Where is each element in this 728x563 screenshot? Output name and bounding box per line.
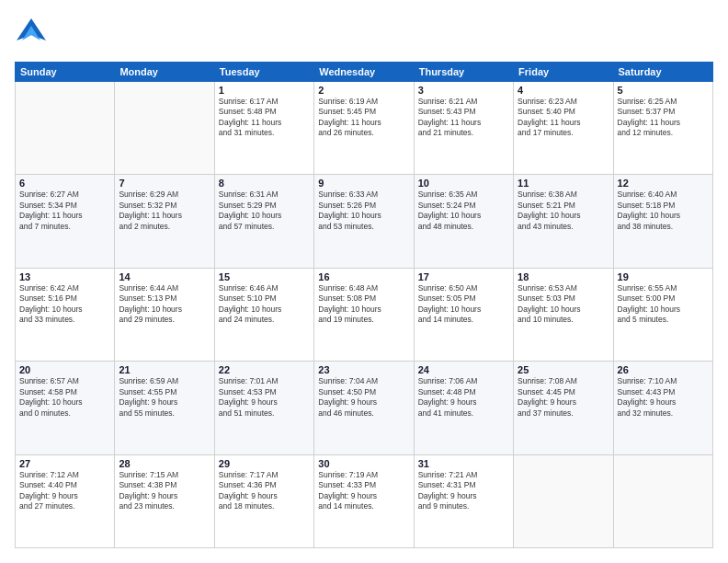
day-number: 8 <box>219 178 310 189</box>
calendar-cell: 20Sunrise: 6:57 AMSunset: 4:58 PMDayligh… <box>16 362 115 454</box>
day-number: 20 <box>19 364 110 375</box>
day-info: Sunrise: 6:17 AMSunset: 5:48 PMDaylight:… <box>219 97 310 139</box>
calendar-cell: 12Sunrise: 6:40 AMSunset: 5:18 PMDayligh… <box>613 175 712 268</box>
calendar-cell: 23Sunrise: 7:04 AMSunset: 4:50 PMDayligh… <box>314 362 414 454</box>
day-number: 17 <box>418 271 509 282</box>
calendar-cell <box>115 82 214 175</box>
day-info: Sunrise: 6:33 AMSunset: 5:26 PMDaylight:… <box>318 190 409 232</box>
calendar-cell: 1Sunrise: 6:17 AMSunset: 5:48 PMDaylight… <box>214 82 313 175</box>
calendar-cell: 7Sunrise: 6:29 AMSunset: 5:32 PMDaylight… <box>115 175 214 268</box>
day-info: Sunrise: 6:31 AMSunset: 5:29 PMDaylight:… <box>219 190 310 232</box>
day-info: Sunrise: 6:46 AMSunset: 5:10 PMDaylight:… <box>219 283 310 326</box>
calendar-cell: 18Sunrise: 6:53 AMSunset: 5:03 PMDayligh… <box>514 268 613 361</box>
day-info: Sunrise: 7:01 AMSunset: 4:53 PMDaylight:… <box>219 376 310 419</box>
calendar-cell: 9Sunrise: 6:33 AMSunset: 5:26 PMDaylight… <box>314 175 414 268</box>
day-info: Sunrise: 6:57 AMSunset: 4:58 PMDaylight:… <box>19 376 110 419</box>
calendar-cell: 3Sunrise: 6:21 AMSunset: 5:43 PMDaylight… <box>414 82 513 175</box>
day-number: 4 <box>518 85 609 96</box>
calendar-cell <box>514 454 613 547</box>
calendar-week-row: 13Sunrise: 6:42 AMSunset: 5:16 PMDayligh… <box>16 268 713 361</box>
day-info: Sunrise: 6:42 AMSunset: 5:16 PMDaylight:… <box>19 283 110 326</box>
calendar-cell: 28Sunrise: 7:15 AMSunset: 4:38 PMDayligh… <box>115 454 214 547</box>
day-number: 5 <box>618 85 709 96</box>
calendar-week-row: 1Sunrise: 6:17 AMSunset: 5:48 PMDaylight… <box>16 82 713 175</box>
calendar-cell: 13Sunrise: 6:42 AMSunset: 5:16 PMDayligh… <box>16 268 115 361</box>
day-number: 10 <box>418 178 509 189</box>
calendar-cell: 19Sunrise: 6:55 AMSunset: 5:00 PMDayligh… <box>613 268 712 361</box>
weekday-header-tuesday: Tuesday <box>214 63 313 82</box>
calendar-week-row: 27Sunrise: 7:12 AMSunset: 4:40 PMDayligh… <box>16 454 713 547</box>
calendar-cell <box>613 454 712 547</box>
day-number: 25 <box>518 364 609 375</box>
day-number: 27 <box>19 458 110 469</box>
day-info: Sunrise: 7:04 AMSunset: 4:50 PMDaylight:… <box>318 376 409 419</box>
calendar-cell: 11Sunrise: 6:38 AMSunset: 5:21 PMDayligh… <box>514 175 613 268</box>
calendar-table: SundayMondayTuesdayWednesdayThursdayFrid… <box>15 62 713 548</box>
day-number: 2 <box>318 85 409 96</box>
day-number: 29 <box>219 458 310 469</box>
day-number: 30 <box>318 458 409 469</box>
day-number: 3 <box>418 85 509 96</box>
day-info: Sunrise: 6:21 AMSunset: 5:43 PMDaylight:… <box>418 97 509 139</box>
logo <box>15 15 51 52</box>
day-number: 12 <box>618 178 709 189</box>
calendar-cell: 27Sunrise: 7:12 AMSunset: 4:40 PMDayligh… <box>16 454 115 547</box>
day-info: Sunrise: 6:27 AMSunset: 5:34 PMDaylight:… <box>19 190 110 232</box>
day-number: 19 <box>618 271 709 282</box>
calendar-cell: 5Sunrise: 6:25 AMSunset: 5:37 PMDaylight… <box>613 82 712 175</box>
day-number: 1 <box>219 85 310 96</box>
calendar-cell: 24Sunrise: 7:06 AMSunset: 4:48 PMDayligh… <box>414 362 513 454</box>
day-info: Sunrise: 7:15 AMSunset: 4:38 PMDaylight:… <box>119 470 210 512</box>
calendar-cell: 17Sunrise: 6:50 AMSunset: 5:05 PMDayligh… <box>414 268 513 361</box>
day-number: 7 <box>119 178 210 189</box>
day-info: Sunrise: 7:17 AMSunset: 4:36 PMDaylight:… <box>219 470 310 512</box>
weekday-header-thursday: Thursday <box>414 63 513 82</box>
header <box>15 15 713 52</box>
day-info: Sunrise: 6:44 AMSunset: 5:13 PMDaylight:… <box>119 283 210 326</box>
day-number: 31 <box>418 458 509 469</box>
calendar-cell: 21Sunrise: 6:59 AMSunset: 4:55 PMDayligh… <box>115 362 214 454</box>
day-number: 9 <box>318 178 409 189</box>
day-info: Sunrise: 6:29 AMSunset: 5:32 PMDaylight:… <box>119 190 210 232</box>
calendar-cell: 8Sunrise: 6:31 AMSunset: 5:29 PMDaylight… <box>214 175 313 268</box>
day-number: 24 <box>418 364 509 375</box>
calendar-week-row: 6Sunrise: 6:27 AMSunset: 5:34 PMDaylight… <box>16 175 713 268</box>
day-info: Sunrise: 7:08 AMSunset: 4:45 PMDaylight:… <box>518 376 609 419</box>
day-number: 28 <box>119 458 210 469</box>
day-number: 15 <box>219 271 310 282</box>
calendar-cell: 15Sunrise: 6:46 AMSunset: 5:10 PMDayligh… <box>214 268 313 361</box>
day-info: Sunrise: 6:35 AMSunset: 5:24 PMDaylight:… <box>418 190 509 232</box>
day-info: Sunrise: 6:50 AMSunset: 5:05 PMDaylight:… <box>418 283 509 326</box>
weekday-header-row: SundayMondayTuesdayWednesdayThursdayFrid… <box>16 63 713 82</box>
day-info: Sunrise: 6:53 AMSunset: 5:03 PMDaylight:… <box>518 283 609 326</box>
day-number: 11 <box>518 178 609 189</box>
day-number: 13 <box>19 271 110 282</box>
calendar-cell: 4Sunrise: 6:23 AMSunset: 5:40 PMDaylight… <box>514 82 613 175</box>
day-info: Sunrise: 6:19 AMSunset: 5:45 PMDaylight:… <box>318 97 409 139</box>
calendar-week-row: 20Sunrise: 6:57 AMSunset: 4:58 PMDayligh… <box>16 362 713 454</box>
weekday-header-wednesday: Wednesday <box>314 63 414 82</box>
day-info: Sunrise: 6:25 AMSunset: 5:37 PMDaylight:… <box>618 97 709 139</box>
calendar-cell: 6Sunrise: 6:27 AMSunset: 5:34 PMDaylight… <box>16 175 115 268</box>
day-number: 23 <box>318 364 409 375</box>
calendar-cell <box>16 82 115 175</box>
day-info: Sunrise: 7:12 AMSunset: 4:40 PMDaylight:… <box>19 470 110 512</box>
calendar-cell: 10Sunrise: 6:35 AMSunset: 5:24 PMDayligh… <box>414 175 513 268</box>
day-number: 18 <box>518 271 609 282</box>
calendar-cell: 16Sunrise: 6:48 AMSunset: 5:08 PMDayligh… <box>314 268 414 361</box>
day-info: Sunrise: 7:06 AMSunset: 4:48 PMDaylight:… <box>418 376 509 419</box>
day-number: 26 <box>618 364 709 375</box>
weekday-header-friday: Friday <box>514 63 613 82</box>
calendar-cell: 22Sunrise: 7:01 AMSunset: 4:53 PMDayligh… <box>214 362 313 454</box>
day-info: Sunrise: 6:23 AMSunset: 5:40 PMDaylight:… <box>518 97 609 139</box>
day-number: 22 <box>219 364 310 375</box>
day-info: Sunrise: 6:48 AMSunset: 5:08 PMDaylight:… <box>318 283 409 326</box>
calendar-cell: 2Sunrise: 6:19 AMSunset: 5:45 PMDaylight… <box>314 82 414 175</box>
day-info: Sunrise: 6:55 AMSunset: 5:00 PMDaylight:… <box>618 283 709 326</box>
calendar-cell: 31Sunrise: 7:21 AMSunset: 4:31 PMDayligh… <box>414 454 513 547</box>
day-number: 6 <box>19 178 110 189</box>
day-info: Sunrise: 7:10 AMSunset: 4:43 PMDaylight:… <box>618 376 709 419</box>
weekday-header-sunday: Sunday <box>16 63 115 82</box>
day-info: Sunrise: 6:59 AMSunset: 4:55 PMDaylight:… <box>119 376 210 419</box>
weekday-header-saturday: Saturday <box>613 63 712 82</box>
